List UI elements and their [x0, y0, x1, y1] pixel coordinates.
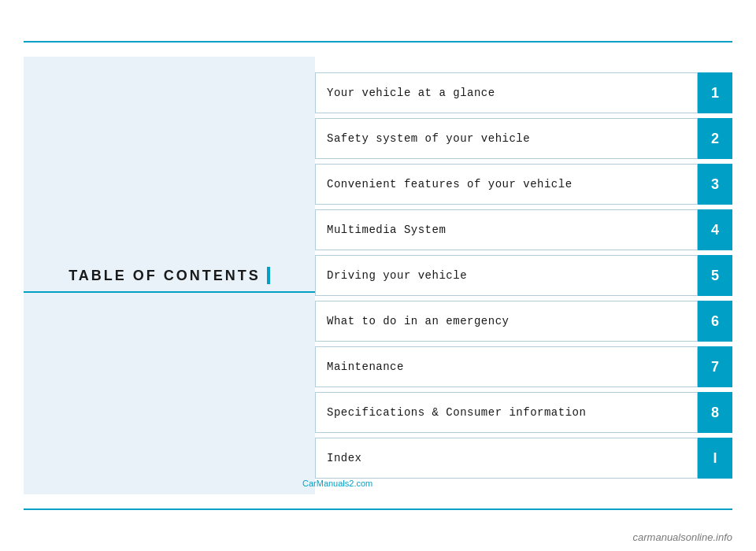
toc-item-number-3: 3 — [698, 164, 732, 205]
toc-item-number-2: 2 — [698, 118, 732, 159]
toc-item-5[interactable]: Driving your vehicle5 — [315, 255, 732, 296]
toc-item-number-8: 8 — [698, 392, 732, 433]
toc-item-label-5: Driving your vehicle — [315, 255, 698, 296]
toc-item-3[interactable]: Convenient features of your vehicle3 — [315, 164, 732, 205]
watermark-text: CarManuals2.com — [302, 479, 372, 488]
toc-item-1[interactable]: Your vehicle at a glance1 — [315, 72, 732, 113]
toc-item-label-6: What to do in an emergency — [315, 301, 698, 342]
right-panel: Your vehicle at a glance1Safety system o… — [315, 57, 732, 494]
toc-item-9[interactable]: IndexI — [315, 438, 732, 479]
toc-item-label-4: Multimedia System — [315, 209, 698, 250]
toc-item-6[interactable]: What to do in an emergency6 — [315, 301, 732, 342]
toc-item-number-5: 5 — [698, 255, 732, 296]
bottom-line — [24, 508, 732, 510]
toc-item-number-1: 1 — [698, 72, 732, 113]
watermark: CarManuals2.com — [291, 479, 372, 488]
toc-item-4[interactable]: Multimedia System4 — [315, 209, 732, 250]
toc-item-label-2: Safety system of your vehicle — [315, 118, 698, 159]
left-panel: TABLE OF CONTENTS — [24, 57, 315, 494]
toc-item-number-7: 7 — [698, 346, 732, 387]
toc-item-2[interactable]: Safety system of your vehicle2 — [315, 118, 732, 159]
bottom-logo: carmanualsonline.info — [633, 531, 732, 543]
toc-title: TABLE OF CONTENTS — [69, 267, 270, 284]
top-line — [24, 41, 732, 43]
toc-title-text: TABLE OF CONTENTS — [69, 268, 261, 284]
main-content: TABLE OF CONTENTS Your vehicle at a glan… — [24, 57, 732, 494]
page-container: TABLE OF CONTENTS Your vehicle at a glan… — [0, 0, 756, 551]
toc-item-number-4: 4 — [698, 209, 732, 250]
toc-title-bar — [267, 267, 270, 284]
toc-item-number-6: 6 — [698, 301, 732, 342]
toc-item-number-9: I — [698, 438, 732, 479]
toc-item-label-1: Your vehicle at a glance — [315, 72, 698, 113]
toc-item-label-9: Index — [315, 438, 698, 479]
toc-item-label-8: Specifications & Consumer information — [315, 392, 698, 433]
left-panel-line — [24, 291, 315, 293]
toc-item-7[interactable]: Maintenance7 — [315, 346, 732, 387]
toc-item-label-7: Maintenance — [315, 346, 698, 387]
toc-item-8[interactable]: Specifications & Consumer information8 — [315, 392, 732, 433]
bottom-logo-text: carmanualsonline.info — [633, 531, 732, 543]
toc-item-label-3: Convenient features of your vehicle — [315, 164, 698, 205]
